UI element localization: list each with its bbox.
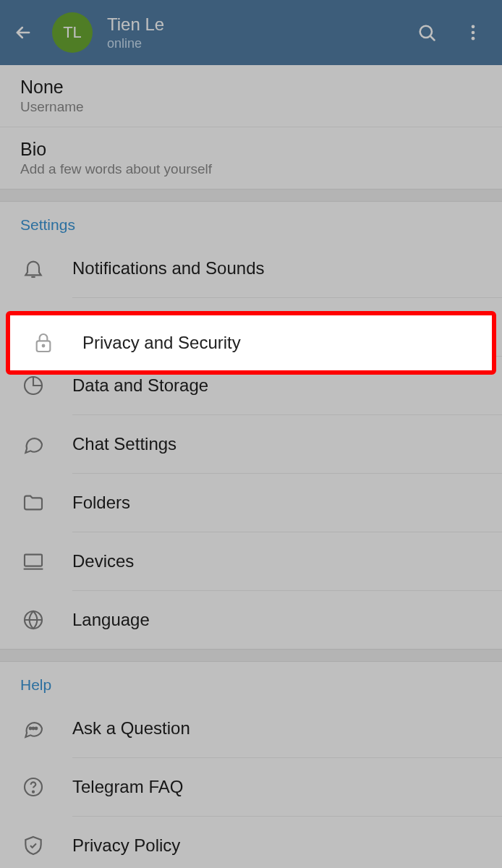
profile-section: None Username Bio Add a few words about …: [0, 65, 502, 189]
avatar-initials: TL: [63, 23, 82, 42]
menu-label: Chat Settings: [72, 434, 176, 454]
header-actions: [412, 18, 488, 47]
username-item[interactable]: None Username: [0, 65, 502, 127]
svg-point-13: [33, 791, 34, 793]
menu-item-privacy-policy[interactable]: Privacy Policy: [0, 817, 502, 868]
menu-item-chat[interactable]: Chat Settings: [0, 415, 502, 473]
chat-icon: [20, 431, 46, 457]
back-button[interactable]: [9, 18, 38, 47]
bio-placeholder: Add a few words about yourself: [20, 161, 482, 177]
app-header: TL Tien Le online: [0, 0, 502, 65]
avatar[interactable]: TL: [52, 12, 93, 53]
menu-item-ask[interactable]: Ask a Question: [0, 699, 502, 757]
username-label: Username: [20, 99, 482, 115]
menu-label: Notifications and Sounds: [72, 258, 265, 278]
question-icon: [20, 774, 46, 800]
bell-icon: [20, 255, 46, 281]
highlighted-privacy-item[interactable]: Privacy and Security: [6, 311, 496, 375]
menu-label: Language: [72, 610, 150, 630]
menu-label: Devices: [72, 551, 134, 571]
menu-label: Folders: [72, 493, 130, 513]
devices-icon: [20, 548, 46, 574]
search-icon: [417, 22, 437, 43]
folder-icon: [20, 490, 46, 516]
menu-item-faq[interactable]: Telegram FAQ: [0, 758, 502, 816]
svg-point-11: [35, 728, 38, 730]
settings-section: Settings Notifications and Sounds Privac…: [0, 202, 502, 649]
svg-rect-7: [25, 555, 42, 566]
globe-icon: [20, 607, 46, 633]
menu-label: Ask a Question: [72, 718, 190, 739]
search-button[interactable]: [412, 18, 441, 47]
bio-title: Bio: [20, 139, 482, 160]
header-status: online: [107, 36, 398, 51]
menu-item-devices[interactable]: Devices: [0, 532, 502, 590]
svg-point-1: [472, 25, 475, 29]
header-name: Tien Le: [107, 14, 398, 35]
help-section: Help Ask a Question Telegram FAQ Privacy…: [0, 662, 502, 868]
section-gap: [0, 649, 502, 662]
settings-header: Settings: [0, 202, 502, 239]
lock-icon: [30, 330, 56, 356]
menu-label: Privacy and Security: [82, 333, 241, 353]
svg-point-10: [33, 728, 35, 730]
help-header: Help: [0, 662, 502, 699]
more-button[interactable]: [459, 18, 488, 47]
svg-point-3: [472, 37, 475, 41]
pie-chart-icon: [20, 373, 46, 399]
menu-item-notifications[interactable]: Notifications and Sounds: [0, 239, 502, 297]
menu-label: Telegram FAQ: [72, 777, 183, 797]
menu-item-language[interactable]: Language: [0, 591, 502, 649]
chat-dots-icon: [20, 715, 46, 741]
menu-label: Data and Storage: [72, 375, 208, 396]
menu-item-folders[interactable]: Folders: [0, 474, 502, 532]
menu-label: Privacy Policy: [72, 835, 180, 856]
header-info: Tien Le online: [107, 14, 398, 51]
more-vertical-icon: [463, 22, 483, 43]
svg-point-15: [43, 345, 45, 347]
bio-item[interactable]: Bio Add a few words about yourself: [0, 127, 502, 189]
shield-check-icon: [20, 833, 46, 859]
username-value: None: [20, 77, 482, 98]
svg-point-2: [472, 31, 475, 35]
svg-point-9: [30, 728, 32, 730]
section-gap: [0, 189, 502, 202]
